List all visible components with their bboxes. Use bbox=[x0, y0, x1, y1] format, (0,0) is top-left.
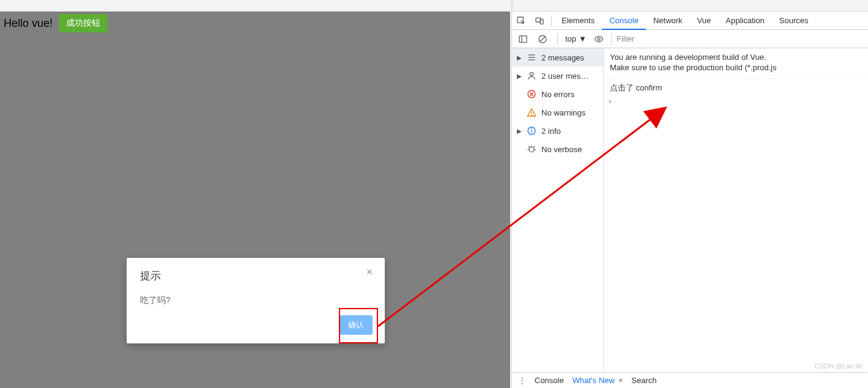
svg-point-19 bbox=[532, 129, 532, 130]
console-sidebar: ▶ 2 messages ▶ 2 user mes… No errors bbox=[512, 48, 604, 372]
error-icon bbox=[527, 89, 536, 99]
confirm-button[interactable]: 确认 bbox=[339, 315, 373, 335]
devtools-tabbar: Elements Console Network Vue Application… bbox=[512, 12, 868, 30]
watermark-text: CSDN @Lan.W bbox=[815, 362, 862, 370]
tab-network[interactable]: Network bbox=[646, 12, 690, 30]
close-icon[interactable]: × bbox=[618, 376, 623, 385]
tab-console[interactable]: Console bbox=[602, 12, 646, 30]
sidebar-item-label: 2 user mes… bbox=[541, 71, 588, 81]
sidebar-item-label: No errors bbox=[541, 90, 574, 99]
sidebar-item-label: 2 info bbox=[541, 126, 561, 136]
close-icon[interactable]: × bbox=[364, 266, 375, 277]
sidebar-item-errors[interactable]: No errors bbox=[512, 85, 603, 103]
tab-sources[interactable]: Sources bbox=[772, 12, 816, 30]
dialog-body: 吃了吗? bbox=[140, 295, 371, 306]
context-selector[interactable]: top ▼ bbox=[565, 34, 587, 43]
sidebar-item-verbose[interactable]: No verbose bbox=[512, 140, 603, 158]
svg-point-7 bbox=[598, 38, 600, 40]
log-line: You are running a development build of V… bbox=[610, 52, 868, 62]
bug-icon bbox=[527, 144, 536, 154]
separator bbox=[557, 34, 558, 45]
tab-vue[interactable]: Vue bbox=[690, 12, 719, 30]
console-body: ▶ 2 messages ▶ 2 user mes… No errors bbox=[512, 48, 868, 372]
drawer-tab-label: What's New bbox=[573, 376, 615, 385]
console-log[interactable]: You are running a development build of V… bbox=[604, 48, 868, 372]
drawer-tab-console[interactable]: Console bbox=[535, 376, 564, 385]
app-header: Hello vue! 成功按钮 bbox=[0, 12, 510, 35]
caret-icon: ▶ bbox=[517, 73, 522, 79]
inspect-icon[interactable] bbox=[512, 12, 530, 30]
filter-input[interactable] bbox=[611, 32, 864, 46]
drawer-tab-whatsnew[interactable]: What's New × bbox=[573, 376, 623, 385]
list-icon bbox=[527, 53, 536, 62]
svg-point-11 bbox=[530, 73, 533, 76]
svg-rect-3 bbox=[519, 35, 527, 42]
svg-line-6 bbox=[540, 37, 545, 42]
log-separator bbox=[610, 73, 868, 79]
devtools-panel: Elements Console Network Vue Application… bbox=[511, 12, 868, 388]
dialog-title: 提示 bbox=[140, 269, 371, 283]
success-button[interactable]: 成功按钮 bbox=[59, 14, 108, 32]
svg-line-25 bbox=[533, 146, 535, 147]
clear-console-icon[interactable] bbox=[535, 32, 550, 46]
svg-line-24 bbox=[529, 146, 530, 147]
log-line: Make sure to use the production build (*… bbox=[610, 62, 868, 73]
chevron-down-icon: ▼ bbox=[579, 34, 587, 43]
context-label: top bbox=[565, 34, 576, 43]
separator bbox=[551, 15, 552, 26]
user-icon bbox=[527, 71, 536, 81]
caret-icon: ▶ bbox=[517, 128, 522, 134]
tab-elements[interactable]: Elements bbox=[554, 12, 602, 30]
live-expression-icon[interactable] bbox=[592, 32, 606, 46]
kebab-icon[interactable]: ⋮ bbox=[518, 376, 526, 385]
hello-text: Hello vue! bbox=[4, 17, 53, 30]
info-icon bbox=[527, 126, 536, 136]
sidebar-item-warnings[interactable]: No warnings bbox=[512, 103, 603, 122]
log-line: 点击了 confirm bbox=[610, 82, 868, 93]
caret-icon: ▶ bbox=[517, 54, 522, 61]
browser-frame-strip bbox=[0, 0, 868, 12]
console-prompt-icon[interactable]: › bbox=[609, 97, 868, 106]
tab-application[interactable]: Application bbox=[718, 12, 772, 30]
confirm-dialog: 提示 × 吃了吗? 确认 bbox=[127, 258, 385, 343]
devtools-drawer-tabs: ⋮ Console What's New × Search bbox=[512, 372, 868, 388]
svg-point-20 bbox=[529, 147, 534, 152]
sidebar-item-info[interactable]: ▶ 2 info bbox=[512, 122, 603, 140]
sidebar-item-user[interactable]: ▶ 2 user mes… bbox=[512, 67, 603, 85]
sidebar-item-label: 2 messages bbox=[541, 53, 584, 62]
warning-icon bbox=[527, 108, 536, 117]
drawer-tab-search[interactable]: Search bbox=[631, 376, 656, 385]
console-toolbar: top ▼ bbox=[512, 30, 868, 48]
device-toggle-icon[interactable] bbox=[530, 12, 549, 30]
sidebar-item-label: No warnings bbox=[541, 108, 585, 117]
dialog-footer: 确认 bbox=[339, 315, 373, 335]
svg-point-16 bbox=[532, 115, 532, 115]
toggle-sidebar-icon[interactable] bbox=[516, 32, 530, 46]
sidebar-item-messages[interactable]: ▶ 2 messages bbox=[512, 48, 603, 67]
sidebar-item-label: No verbose bbox=[541, 145, 582, 154]
app-viewport: Hello vue! 成功按钮 提示 × 吃了吗? 确认 bbox=[0, 12, 510, 388]
